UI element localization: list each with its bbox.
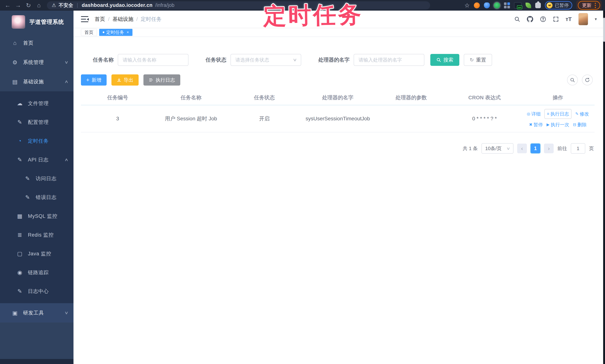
log-edit-icon: ✎ <box>16 156 23 163</box>
prev-page-button[interactable]: ‹ <box>517 143 527 153</box>
task-name-input[interactable] <box>118 54 188 66</box>
profile-paused-chip[interactable]: 已暂停 <box>545 1 572 10</box>
security-label[interactable]: 不安全 <box>59 2 73 9</box>
sidebar-item-label: Redis 监控 <box>28 232 54 238</box>
reset-button[interactable]: ↻ 重置 <box>464 54 492 66</box>
sidebar-item-scheduled-tasks[interactable]: ◔ 定时任务 <box>0 131 74 150</box>
sidebar-item-redis-monitor[interactable]: ≣ Redis 监控 <box>0 225 74 244</box>
column-header: 任务状态 <box>228 94 301 101</box>
add-button[interactable]: + 新增 <box>81 74 107 86</box>
delete-link[interactable]: ⊟删除 <box>573 121 587 128</box>
pause-link[interactable]: ✖暂停 <box>529 121 543 128</box>
tag-home[interactable]: 首页 <box>81 29 97 36</box>
font-size-icon[interactable]: тT <box>566 16 572 22</box>
sidebar-item-dev-tools[interactable]: ▣ 研发工具 ∨ <box>0 303 74 323</box>
run-once-link[interactable]: ▶执行一次 <box>547 121 569 128</box>
refresh-table-button[interactable] <box>582 75 593 85</box>
cell-task-name: 用户 Session 超时 Job <box>154 115 227 123</box>
sidebar-item-label: 研发工具 <box>23 310 44 316</box>
browser-forward-icon[interactable]: → <box>14 1 22 10</box>
x-icon: ✖ <box>529 122 532 128</box>
extension-orange-icon[interactable] <box>474 2 480 8</box>
bookmark-star-icon[interactable]: ☆ <box>464 2 470 9</box>
search-icon[interactable] <box>514 16 520 22</box>
browser-home-icon[interactable]: ⌂ <box>35 1 43 10</box>
window-scrollbar[interactable] <box>603 11 605 364</box>
sidebar-item-log-center[interactable]: ✎ 日志中心 <box>0 282 74 300</box>
export-button-label: 导出 <box>124 77 133 83</box>
main-area: 首页 / 基础设施 / 定时任务 тT <box>74 11 605 364</box>
cloud-upload-icon: ☁ <box>16 100 23 107</box>
extension-leaf-icon[interactable] <box>526 3 531 8</box>
update-button[interactable]: 更新 <box>578 1 600 10</box>
url-host: dashboard.yudao.iocoder.cn <box>82 2 153 8</box>
page-size-value: 10条/页 <box>485 145 501 152</box>
sidebar-item-tracing[interactable]: ◉ 链路追踪 <box>0 263 74 282</box>
url-path: /infra/job <box>155 2 174 8</box>
browser-back-icon[interactable]: ← <box>3 1 12 10</box>
sidebar-item-java-monitor[interactable]: ▢ Java 监控 <box>0 244 74 263</box>
browser-reload-icon[interactable]: ↻ <box>24 1 33 10</box>
add-button-label: 新增 <box>92 77 101 83</box>
chevron-down-icon: ∨ <box>293 57 297 62</box>
user-avatar[interactable] <box>579 13 588 25</box>
sidebar-item-config-management[interactable]: ✎ 配置管理 <box>0 113 74 131</box>
browser-menu-kebab-icon[interactable] <box>595 3 596 8</box>
task-name-label: 任务名称 <box>93 56 114 64</box>
scrollbar-thumb[interactable] <box>603 18 605 42</box>
extension-blue-icon[interactable] <box>484 2 490 8</box>
layers-icon: ≣ <box>16 232 23 238</box>
fullscreen-icon[interactable] <box>553 16 559 22</box>
goto-page-input[interactable] <box>571 143 585 154</box>
tag-label: 首页 <box>84 29 93 35</box>
chevron-down-icon: ∨ <box>64 60 69 65</box>
exec-log-button[interactable]: 执行日志 <box>144 74 180 86</box>
tag-close-icon[interactable]: × <box>127 30 129 34</box>
page-size-select[interactable]: 10条/页 ∨ <box>481 143 513 154</box>
next-page-button[interactable]: › <box>544 143 554 153</box>
select-placeholder: 请选择任务状态 <box>235 57 269 63</box>
sidebar-item-file-management[interactable]: ☁ 文件管理 <box>0 94 74 113</box>
detail-link[interactable]: ◎详细 <box>527 110 541 117</box>
handler-name-input[interactable] <box>354 54 424 66</box>
breadcrumb-section[interactable]: 基础设施 <box>113 16 133 23</box>
row-exec-log-link[interactable]: ≡执行日志 <box>544 109 572 119</box>
sidebar-logo[interactable]: 芋道管理系统 <box>0 11 74 33</box>
sidebar-item-error-logs[interactable]: ✎ 错误日志 <box>0 188 74 207</box>
edit-link[interactable]: ✎修改 <box>575 110 589 117</box>
extensions-puzzle-icon[interactable] <box>535 3 541 8</box>
exec-log-button-label: 执行日志 <box>156 77 175 83</box>
security-warning-icon[interactable]: ⚠ <box>52 2 56 8</box>
extension-green-icon[interactable] <box>494 2 500 8</box>
address-bar[interactable]: ⚠ 不安全 dashboard.yudao.iocoder.cn /infra/… <box>47 1 430 10</box>
github-icon[interactable] <box>527 16 533 22</box>
active-tag-dot <box>103 31 104 33</box>
sidebar-item-system[interactable]: ⚙ 系统管理 ∨ <box>0 53 74 72</box>
pagination-total: 共 1 条 <box>463 145 478 152</box>
column-header: CRON 表达式 <box>448 94 521 101</box>
sidebar-item-api-logs[interactable]: ✎ API 日志 ∧ <box>0 150 74 169</box>
breadcrumb-home[interactable]: 首页 <box>95 16 105 23</box>
column-header: 任务编号 <box>81 94 154 101</box>
chevron-down-icon: ∨ <box>506 146 511 151</box>
help-icon[interactable] <box>540 16 546 22</box>
sidebar-toggle-icon[interactable] <box>81 16 88 22</box>
sidebar-collapse-bar[interactable] <box>0 359 74 364</box>
search-button[interactable]: 搜索 <box>430 54 459 66</box>
sidebar-item-access-logs[interactable]: ✎ 访问日志 <box>0 169 74 188</box>
header-actions: тT ▾ <box>514 13 597 25</box>
extension-on-badge-icon[interactable]: on <box>514 2 522 9</box>
breadcrumb-separator: / <box>108 16 110 22</box>
sidebar-item-home[interactable]: ⌂ 首页 <box>0 33 74 53</box>
current-page-button[interactable]: 1 <box>531 143 540 153</box>
tag-scheduled-tasks[interactable]: 定时任务 × <box>99 29 132 36</box>
sidebar: 芋道管理系统 ⌂ 首页 ⚙ 系统管理 ∨ ▤ 基础设施 ∧ ☁ 文件管理 ✎ 配… <box>0 11 74 364</box>
sidebar-item-mysql-monitor[interactable]: ▦ MySQL 监控 <box>0 207 74 225</box>
sidebar-item-infra[interactable]: ▤ 基础设施 ∧ <box>0 72 74 91</box>
avatar-caret-down-icon[interactable]: ▾ <box>595 17 597 22</box>
task-status-select[interactable]: 请选择任务状态 ∨ <box>231 54 301 66</box>
export-button[interactable]: 导出 <box>111 74 139 86</box>
toggle-search-button[interactable] <box>567 75 578 85</box>
extension-grid-icon[interactable] <box>504 2 510 8</box>
sidebar-item-label: MySQL 监控 <box>28 213 57 220</box>
